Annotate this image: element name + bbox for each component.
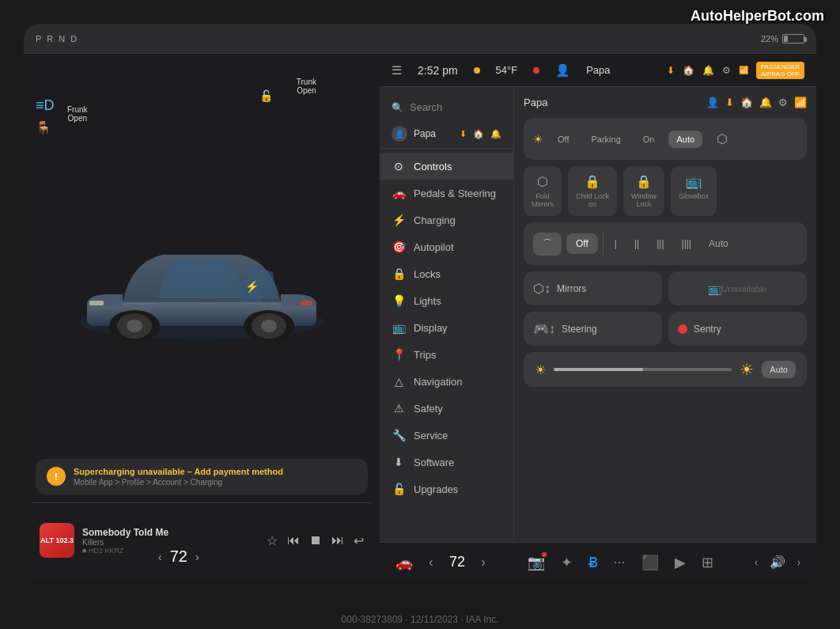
search-box[interactable]: 🔍 Search <box>380 95 513 119</box>
sentry-button[interactable]: Sentry <box>668 312 807 346</box>
safety-icon: ⚠ <box>392 402 406 415</box>
window-lock-icon: 🔒 <box>636 174 652 189</box>
lights-off-button[interactable]: Off <box>550 131 577 148</box>
upgrades-icon: 🔓 <box>392 483 406 495</box>
source-button[interactable]: ↩ <box>354 533 364 548</box>
sidebar-item-pedals[interactable]: 🚗 Pedals & Steering <box>380 180 513 207</box>
trips-icon: 📍 <box>392 348 406 361</box>
brightness-row: ☀ ☀ Auto <box>524 352 807 387</box>
pedals-icon: 🚗 <box>392 187 406 199</box>
wiper-speed-4[interactable]: |||| <box>675 234 698 253</box>
user-section: 👤 Papa ⬇ 🏠 🔔 <box>380 119 513 149</box>
function-row-2: 🎮↕ Steering Sentry <box>524 312 807 346</box>
mirrors-adjust-icon: ⬡↕ <box>533 281 551 296</box>
music-controls[interactable]: ☆ ⏮ ⏹ ⏭ ↩ <box>267 533 364 548</box>
brightness-slider[interactable] <box>554 368 732 371</box>
menu-icon[interactable]: ☰ <box>392 63 402 78</box>
high-beam-icon[interactable]: ⬡ <box>709 127 736 150</box>
window-lock-button[interactable]: 🔒 WindowLock <box>623 166 664 216</box>
taskbar-prev-arrow[interactable]: ‹ <box>429 554 433 570</box>
svg-point-5 <box>127 320 142 332</box>
taskbar-media-icon[interactable]: ⬛ <box>641 554 659 571</box>
taskbar-volume-icon[interactable]: 🔊 <box>770 555 785 570</box>
user-icon: 👤 <box>555 63 570 78</box>
taskbar-next-arrow[interactable]: › <box>481 554 486 570</box>
child-lock-button[interactable]: 🔒 Child Lockon <box>568 166 617 216</box>
battery-fill <box>784 36 788 42</box>
taskbar-play-icon[interactable]: ▶ <box>675 554 686 571</box>
sidebar-item-locks[interactable]: 🔒 Locks <box>380 260 513 287</box>
glovebox-button[interactable]: 📺 Glovebox <box>671 166 717 216</box>
alert-subtitle: Mobile App > Profile > Account > Chargin… <box>74 478 283 487</box>
sidebar-item-lights[interactable]: 💡 Lights <box>380 287 513 314</box>
favorite-button[interactable]: ☆ <box>267 533 278 548</box>
sidebar-item-safety[interactable]: ⚠ Safety <box>380 395 513 422</box>
sidebar-nav: 🔍 Search 👤 Papa ⬇ 🏠 🔔 ⊙ Controls <box>380 87 514 542</box>
wiper-speed-1[interactable]: | <box>608 234 623 253</box>
wiper-speed-2[interactable]: || <box>628 234 645 253</box>
wiper-speed-3[interactable]: ||| <box>650 234 670 253</box>
steering-button[interactable]: 🎮↕ Steering <box>524 312 662 346</box>
taskbar-car-icon[interactable]: 🚗 <box>395 554 413 571</box>
taskbar-apps-icon[interactable]: ✦ <box>561 554 573 571</box>
unavailable-button: 📺 Unavailable <box>668 271 807 305</box>
mirrors-adjust-button[interactable]: ⬡↕ Mirrors <box>524 271 662 305</box>
fold-mirrors-icon: ⬡ <box>537 174 548 189</box>
lights-on-button[interactable]: On <box>635 131 663 148</box>
mirrors-adjust-label: Mirrors <box>557 283 586 294</box>
taskbar-grid-icon[interactable]: ⊞ <box>702 554 713 571</box>
sidebar-item-navigation[interactable]: △ Navigation <box>380 368 513 395</box>
taskbar-next-icon[interactable]: › <box>797 557 800 568</box>
glovebox-icon: 📺 <box>686 174 702 189</box>
wiper-auto[interactable]: Auto <box>702 234 735 253</box>
main-content: ≡D 🪑 FrunkOpen TrunkOpen 🔓 <box>24 54 816 582</box>
prnd-display: P R N D <box>36 34 78 44</box>
taskbar-camera-icon[interactable]: 📷 <box>528 554 545 571</box>
taskbar-more-icon[interactable]: ··· <box>614 554 626 571</box>
bottom-watermark: 000-38273809 · 12/11/2023 · IAA Inc. <box>0 614 840 625</box>
mirror-buttons-row: ⬡ FoldMirrors 🔒 Child Lockon 🔒 WindowLoc… <box>524 166 807 216</box>
controls-panel: Papa 👤 ⬇ 🏠 🔔 ⚙ 📶 ☀ <box>514 87 816 542</box>
lights-parking-button[interactable]: Parking <box>583 131 628 148</box>
next-button[interactable]: ⏭ <box>331 533 344 548</box>
sidebar-item-service[interactable]: 🔧 Service <box>380 422 513 449</box>
brightness-auto-button[interactable]: Auto <box>762 361 796 378</box>
home-icon: 🏠 <box>683 65 694 76</box>
sidebar-item-autopilot[interactable]: 🎯 Autopilot <box>380 233 513 260</box>
alert-banner: ! Supercharging unavailable – Add paymen… <box>36 459 368 494</box>
temp-down-button[interactable]: ‹ <box>158 551 162 563</box>
sentry-indicator <box>678 324 687 334</box>
sidebar-item-software[interactable]: ⬇ Software <box>380 449 513 476</box>
sidebar-item-controls[interactable]: ⊙ Controls <box>380 153 513 180</box>
sidebar-item-trips[interactable]: 📍 Trips <box>380 341 513 368</box>
sidebar-item-display[interactable]: 📺 Display <box>380 314 513 341</box>
status-dot-orange <box>474 67 480 74</box>
signal-icon-2: 📶 <box>794 97 807 108</box>
lights-auto-button[interactable]: Auto <box>668 131 702 148</box>
steering-label: Steering <box>562 324 597 335</box>
taskbar-bluetooth-icon[interactable]: Ƀ <box>588 554 598 571</box>
sidebar-item-charging[interactable]: ⚡ Charging <box>380 207 513 233</box>
temp-control: ‹ 72 › <box>158 548 199 566</box>
controls-user-icons: 👤 ⬇ 🏠 🔔 ⚙ 📶 <box>706 97 807 108</box>
clock: 2:52 pm <box>418 64 458 77</box>
fold-mirrors-button[interactable]: ⬡ FoldMirrors <box>524 166 562 216</box>
brightness-fill <box>554 368 643 371</box>
temp-up-button[interactable]: › <box>195 551 199 563</box>
stop-button[interactable]: ⏹ <box>309 533 322 548</box>
nav-user-home-icon: 🏠 <box>473 129 484 139</box>
download-icon: ⬇ <box>667 65 675 76</box>
frunk-label: FrunkOpen <box>67 105 88 123</box>
prev-button[interactable]: ⏮ <box>287 533 300 548</box>
right-panel: ☰ 2:52 pm 54°F 👤 Papa ⬇ 🏠 🔔 ⚙ 📶 PASSENGE… <box>380 54 816 582</box>
right-top-bar: ☰ 2:52 pm 54°F 👤 Papa ⬇ 🏠 🔔 ⚙ 📶 PASSENGE… <box>380 54 816 87</box>
window-lock-label: WindowLock <box>631 192 656 208</box>
wiper-off-button[interactable]: Off <box>566 233 598 254</box>
child-lock-label: Child Lockon <box>576 192 609 208</box>
alert-icon: ! <box>47 467 66 486</box>
taskbar: 🚗 ‹ 72 › 📷 ✦ Ƀ ··· ⬛ ▶ ⊞ ‹ 🔊 › <box>380 542 816 582</box>
taskbar-prev-icon[interactable]: ‹ <box>755 557 758 568</box>
alert-text: Supercharging unavailable – Add payment … <box>74 467 283 487</box>
controls-icon: ⊙ <box>392 160 406 172</box>
sidebar-item-upgrades[interactable]: 🔓 Upgrades <box>380 476 513 502</box>
